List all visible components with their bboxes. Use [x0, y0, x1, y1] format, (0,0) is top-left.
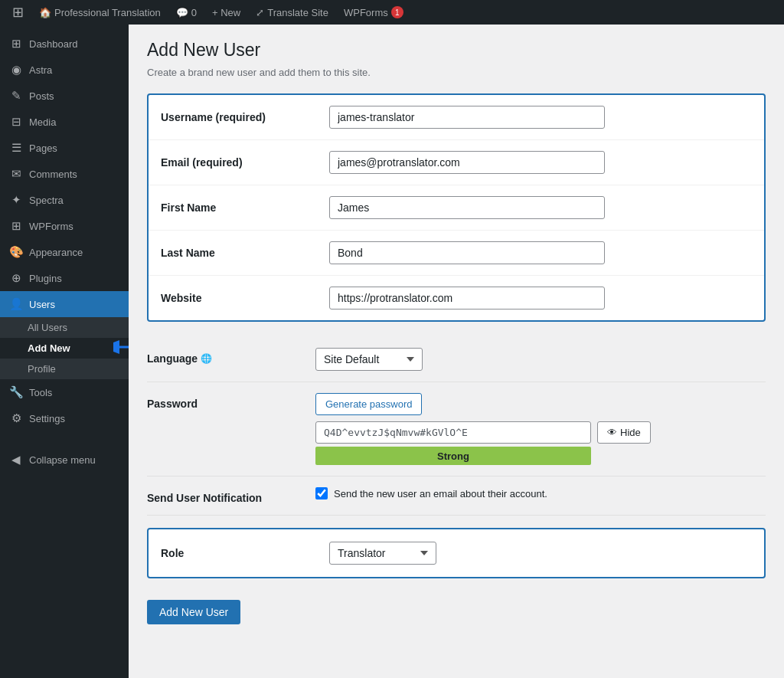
admin-bar: ⊞ 🏠 Professional Translation 💬 0 + New ⤢…: [0, 0, 784, 25]
notification-field: Send the new user an email about their a…: [315, 487, 766, 499]
comment-icon: 💬: [176, 7, 188, 18]
language-label: Language 🌐: [147, 348, 315, 365]
username-input[interactable]: [329, 106, 605, 129]
sidebar-item-posts[interactable]: ✎ Posts: [0, 83, 129, 109]
sidebar-item-spectra[interactable]: ✦ Spectra: [0, 187, 129, 213]
password-strength-bar: Strong: [315, 447, 591, 465]
pages-icon: ☰: [9, 141, 23, 155]
users-submenu: All Users Add New Profile: [0, 317, 129, 379]
primary-fields-box: Username (required) Email (required) Fir…: [147, 93, 766, 322]
page-title: Add New User: [147, 40, 766, 61]
sidebar-item-tools[interactable]: 🔧 Tools: [0, 379, 129, 405]
translate-icon: ⤢: [256, 7, 264, 18]
comments-icon: ✉: [9, 167, 23, 181]
firstname-cell: [317, 185, 764, 231]
role-label: Role: [161, 547, 314, 559]
collapse-icon: ◀: [9, 453, 23, 467]
password-input[interactable]: [315, 421, 591, 444]
email-input[interactable]: [329, 151, 605, 174]
users-icon: 👤: [9, 297, 23, 311]
website-input[interactable]: [329, 287, 605, 310]
admin-bar-site[interactable]: 🏠 Professional Translation: [33, 0, 167, 25]
language-select[interactable]: Site DefaultEnglishFrenchSpanish: [315, 348, 423, 371]
settings-icon: ⚙: [9, 411, 23, 425]
password-wrapper: 👁 Hide: [315, 421, 766, 444]
sidebar-item-settings[interactable]: ⚙ Settings: [0, 405, 129, 431]
notification-checkbox[interactable]: [315, 487, 328, 499]
password-field: Generate password 👁 Hide Strong: [315, 393, 766, 465]
sidebar-item-appearance[interactable]: 🎨 Appearance: [0, 239, 129, 265]
tools-icon: 🔧: [9, 385, 23, 399]
sidebar-item-media[interactable]: ⊟ Media: [0, 109, 129, 135]
form-table: Username (required) Email (required) Fir…: [149, 95, 764, 320]
wp-logo-icon[interactable]: ⊞: [6, 4, 30, 21]
notification-checkbox-label[interactable]: Send the new user an email about their a…: [315, 487, 766, 499]
submenu-profile[interactable]: Profile: [0, 359, 129, 379]
sidebar-item-comments[interactable]: ✉ Comments: [0, 161, 129, 187]
media-icon: ⊟: [9, 115, 23, 129]
plugins-icon: ⊕: [9, 271, 23, 285]
notification-row: Send User Notification Send the new user…: [147, 477, 766, 516]
generate-password-button[interactable]: Generate password: [315, 393, 422, 415]
wpforms-badge: 1: [391, 6, 403, 18]
sidebar-item-wpforms[interactable]: ⊞ WPForms: [0, 213, 129, 239]
blue-arrow-annotation: [113, 336, 129, 361]
email-row: Email (required): [149, 140, 764, 185]
password-label: Password: [147, 393, 315, 410]
language-globe-icon: 🌐: [201, 353, 212, 364]
hide-password-button[interactable]: 👁 Hide: [597, 421, 651, 444]
notification-text: Send the new user an email about their a…: [334, 488, 547, 499]
home-icon: 🏠: [39, 7, 51, 18]
lastname-input[interactable]: [329, 241, 605, 264]
admin-bar-comments[interactable]: 💬 0: [170, 0, 203, 25]
firstname-row: First Name: [149, 185, 764, 231]
spectra-icon: ✦: [9, 193, 23, 207]
wpforms-icon: ⊞: [9, 219, 23, 233]
appearance-icon: 🎨: [9, 245, 23, 259]
email-label: Email (required): [149, 140, 317, 185]
astra-icon: ◉: [9, 63, 23, 77]
admin-bar-new[interactable]: + New: [206, 0, 247, 25]
website-row: Website: [149, 276, 764, 321]
sidebar-item-dashboard[interactable]: ⊞ Dashboard: [0, 31, 129, 57]
role-section: Role SubscriberContributorAuthorEditorAd…: [147, 528, 766, 578]
lastname-row: Last Name: [149, 231, 764, 276]
role-select[interactable]: SubscriberContributorAuthorEditorAdminis…: [329, 542, 436, 565]
submenu-all-users[interactable]: All Users: [0, 317, 129, 338]
username-label: Username (required): [149, 95, 317, 140]
dashboard-icon: ⊞: [9, 37, 23, 51]
firstname-input[interactable]: [329, 196, 605, 219]
lastname-cell: [317, 231, 764, 276]
sidebar-item-pages[interactable]: ☰ Pages: [0, 135, 129, 161]
admin-bar-wpforms[interactable]: WPForms 1: [338, 0, 410, 25]
firstname-label: First Name: [149, 185, 317, 231]
sidebar-item-astra[interactable]: ◉ Astra: [0, 57, 129, 83]
website-cell: [317, 276, 764, 321]
username-row: Username (required): [149, 95, 764, 140]
email-cell: [317, 140, 764, 185]
sidebar-item-plugins[interactable]: ⊕ Plugins: [0, 265, 129, 291]
lastname-label: Last Name: [149, 231, 317, 276]
password-row: Password Generate password 👁 Hide Strong: [147, 382, 766, 477]
main-content: Add New User Create a brand new user and…: [129, 25, 784, 678]
sidebar-collapse-menu[interactable]: ◀ Collapse menu: [0, 447, 129, 473]
language-field: Site DefaultEnglishFrenchSpanish: [315, 348, 766, 371]
page-subtitle: Create a brand new user and add them to …: [147, 67, 766, 78]
sidebar: ⊞ Dashboard ◉ Astra ✎ Posts ⊟ Media ☰ Pa…: [0, 25, 129, 678]
language-row: Language 🌐 Site DefaultEnglishFrenchSpan…: [147, 337, 766, 382]
submenu-add-new[interactable]: Add New: [0, 338, 129, 359]
website-label: Website: [149, 276, 317, 321]
eye-icon: 👁: [607, 427, 617, 438]
admin-bar-translate[interactable]: ⤢ Translate Site: [250, 0, 335, 25]
sidebar-item-users[interactable]: 👤 Users: [0, 291, 129, 317]
notification-label: Send User Notification: [147, 487, 315, 504]
username-cell: [317, 95, 764, 140]
posts-icon: ✎: [9, 89, 23, 103]
add-new-user-button[interactable]: Add New User: [147, 600, 240, 624]
